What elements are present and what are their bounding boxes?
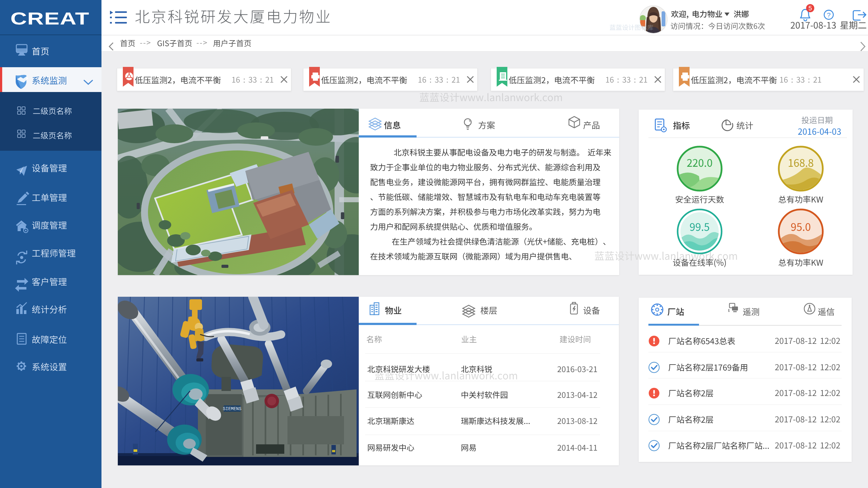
svg-text:?: ? <box>827 11 831 19</box>
svg-text:5: 5 <box>808 5 812 11</box>
